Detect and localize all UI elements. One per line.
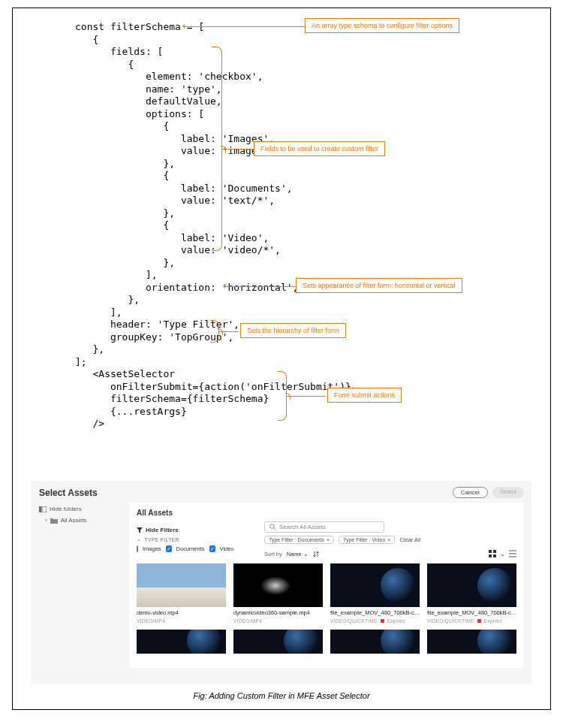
checkbox-video-label: Video [220, 545, 234, 552]
main-header-row: All Assets [137, 509, 516, 517]
checkbox-video[interactable]: ✓ [209, 545, 215, 552]
hide-folders-button[interactable]: Hide folders [39, 506, 122, 512]
asset-tile[interactable] [330, 630, 420, 654]
clear-all-button[interactable]: Clear All [399, 536, 420, 543]
asset-name: file_example_MOV_480_700kB-c... [330, 609, 420, 616]
checkbox-images[interactable] [137, 545, 138, 552]
arrow-schema [185, 26, 305, 27]
svg-line-3 [274, 528, 276, 530]
expired-label: Expired [484, 618, 502, 624]
brace-fields [212, 47, 222, 251]
asset-tile[interactable] [427, 630, 516, 654]
panel-title: Select Assets [39, 488, 98, 498]
figure-caption: Fig: Adding Custom Filter in MFE Asset S… [0, 691, 563, 700]
chevron-down-icon: ⌄ [137, 536, 142, 542]
svg-rect-7 [493, 554, 496, 557]
cancel-button[interactable]: Cancel [453, 487, 488, 498]
asset-selector-panel: Select Assets Cancel Select Hide folders… [32, 481, 531, 684]
filter-chip-video[interactable]: Type Filter : Video × [339, 536, 395, 544]
svg-rect-5 [493, 550, 496, 553]
main-title: All Assets [137, 509, 173, 517]
search-input[interactable]: Search All Assets [264, 521, 384, 533]
callout-orientation: Sets appearance of filter form: horizont… [296, 278, 462, 293]
callout-schema: An array type schema to configure filter… [305, 18, 459, 33]
brace-hierarchy [210, 320, 219, 343]
asset-tile[interactable]: file_example_MOV_480_700kB-c... VIDEO/QU… [427, 563, 516, 624]
callout-fields: Fields to be used to create custom filte… [254, 141, 385, 156]
brace-hierarchy-line [219, 331, 239, 332]
asset-thumbnail [137, 563, 226, 607]
sort-field-dropdown[interactable]: Name ⌄ [287, 551, 309, 557]
asset-name: dynamicvideo360-sample.mp4 [233, 609, 323, 616]
asset-name: demo-video.mp4 [137, 609, 226, 616]
panel-actions: Cancel Select [453, 487, 524, 498]
asset-tile[interactable]: demo-video.mp4 VIDEO/MP4 [137, 563, 226, 624]
hide-filters-button[interactable]: Hide Filters [137, 527, 212, 533]
asset-tile[interactable] [137, 630, 226, 654]
grid-view-icon[interactable] [489, 550, 496, 557]
list-view-icon[interactable] [509, 550, 516, 557]
search-and-chips: Search All Assets Type Filter : Document… [264, 521, 516, 557]
expired-indicator-icon [477, 619, 481, 623]
expired-indicator-icon [381, 619, 384, 623]
hide-folders-label: Hide folders [50, 506, 82, 512]
asset-grid-row2 [137, 630, 516, 654]
type-filter-header[interactable]: ⌄ TYPE FILTER [137, 536, 212, 542]
close-icon[interactable]: × [387, 537, 390, 542]
chevron-down-icon: ⌄ [303, 551, 309, 557]
panel-body: Hide folders › All Assets All Assets [32, 503, 531, 668]
type-filter-label: TYPE FILTER [145, 537, 179, 542]
sort-row: Sort by Name ⌄ ⌄ [264, 550, 516, 557]
asset-thumbnail [233, 630, 323, 654]
rail-icon [39, 506, 47, 512]
filters-column: Hide Filters ⌄ TYPE FILTER Images ✓ Docu… [137, 527, 212, 552]
asset-thumbnail [427, 563, 516, 607]
chip-label: Type Filter : Video [343, 537, 385, 542]
asset-thumbnail [137, 630, 226, 654]
asset-type: VIDEO/QUICKTIME [427, 618, 474, 624]
asset-thumbnail [330, 563, 420, 607]
arrow-orientation [225, 286, 296, 287]
svg-rect-0 [39, 506, 41, 512]
asset-grid: demo-video.mp4 VIDEO/MP4 dynamicvideo360… [137, 563, 516, 624]
search-icon [269, 524, 276, 530]
folder-icon [50, 518, 58, 524]
brace-fields-line [222, 149, 252, 150]
view-toggle: ⌄ [489, 550, 516, 557]
asset-type: VIDEO/QUICKTIME [330, 618, 378, 624]
asset-thumbnail [427, 630, 516, 654]
chip-label: Type Filter : Documents [269, 537, 324, 542]
main-content: All Assets Hide Filters ⌄ TYPE FILTER [129, 503, 524, 668]
search-placeholder: Search All Assets [279, 524, 326, 530]
view-dropdown-icon[interactable]: ⌄ [500, 551, 505, 557]
filter-chip-documents[interactable]: Type Filter : Documents × [264, 536, 334, 544]
callout-hierarchy: Sets the hierarchy of filter form [240, 323, 346, 338]
checkbox-documents[interactable]: ✓ [166, 545, 172, 552]
brace-submit [278, 371, 287, 421]
expired-label: Expired [387, 618, 405, 624]
type-filter-checkboxes: Images ✓ Documents ✓ Video [137, 545, 212, 552]
checkbox-documents-label: Documents [176, 545, 205, 552]
callout-submit: Form submit actions [327, 388, 402, 403]
brace-submit-line [287, 396, 326, 397]
sidebar-item-all-assets[interactable]: › All Assets [39, 517, 122, 524]
asset-name: file_example_MOV_480_700kB-c... [427, 609, 516, 616]
filter-chips-row: Type Filter : Documents × Type Filter : … [264, 536, 516, 544]
asset-thumbnail [233, 563, 323, 607]
asset-type: VIDEO/MP4 [137, 618, 226, 624]
close-icon[interactable]: × [327, 537, 330, 542]
svg-point-2 [270, 524, 275, 529]
asset-type: VIDEO/MP4 [233, 618, 323, 624]
asset-tile[interactable]: dynamicvideo360-sample.mp4 VIDEO/MP4 [233, 563, 323, 624]
checkbox-images-label: Images [143, 545, 161, 552]
sort-by-label: Sort by [264, 551, 282, 557]
sidebar-item-label: All Assets [61, 517, 87, 524]
asset-tile[interactable]: file_example_MOV_480_700kB-c... VIDEO/QU… [330, 563, 420, 624]
select-button[interactable]: Select [492, 487, 524, 498]
filter-icon [137, 527, 143, 533]
hide-filters-label: Hide Filters [146, 527, 179, 533]
svg-rect-1 [42, 506, 47, 512]
sort-direction-button[interactable] [313, 551, 321, 557]
asset-tile[interactable] [233, 630, 323, 654]
chevron-right-icon: › [45, 517, 47, 524]
